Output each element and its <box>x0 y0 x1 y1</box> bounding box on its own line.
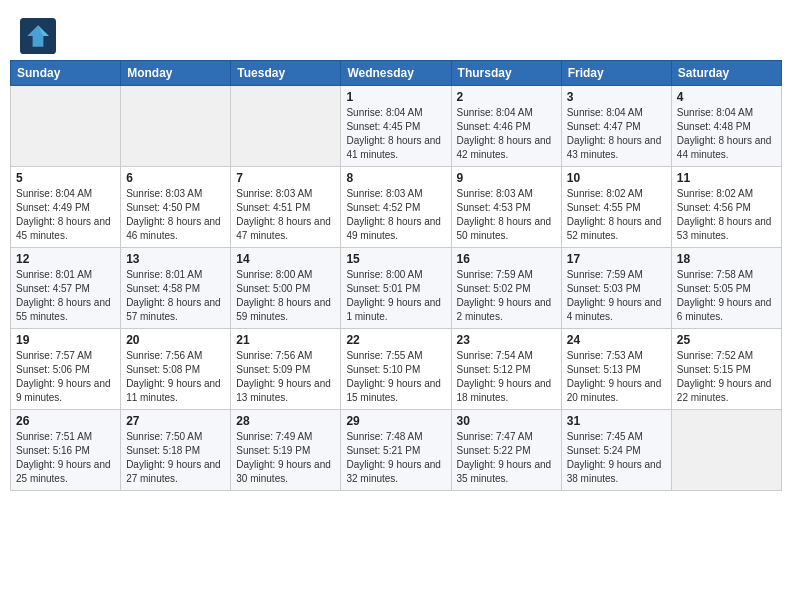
day-info: Sunrise: 8:02 AM Sunset: 4:55 PM Dayligh… <box>567 187 666 243</box>
day-number: 26 <box>16 414 115 428</box>
calendar-cell: 19Sunrise: 7:57 AM Sunset: 5:06 PM Dayli… <box>11 329 121 410</box>
day-number: 25 <box>677 333 776 347</box>
calendar-cell: 6Sunrise: 8:03 AM Sunset: 4:50 PM Daylig… <box>121 167 231 248</box>
calendar-cell <box>231 86 341 167</box>
day-info: Sunrise: 7:48 AM Sunset: 5:21 PM Dayligh… <box>346 430 445 486</box>
day-number: 31 <box>567 414 666 428</box>
day-number: 11 <box>677 171 776 185</box>
day-number: 27 <box>126 414 225 428</box>
calendar-week-5: 26Sunrise: 7:51 AM Sunset: 5:16 PM Dayli… <box>11 410 782 491</box>
day-number: 1 <box>346 90 445 104</box>
calendar-cell: 22Sunrise: 7:55 AM Sunset: 5:10 PM Dayli… <box>341 329 451 410</box>
calendar-cell: 18Sunrise: 7:58 AM Sunset: 5:05 PM Dayli… <box>671 248 781 329</box>
calendar-cell: 9Sunrise: 8:03 AM Sunset: 4:53 PM Daylig… <box>451 167 561 248</box>
day-info: Sunrise: 7:49 AM Sunset: 5:19 PM Dayligh… <box>236 430 335 486</box>
calendar-cell: 10Sunrise: 8:02 AM Sunset: 4:55 PM Dayli… <box>561 167 671 248</box>
calendar-cell: 3Sunrise: 8:04 AM Sunset: 4:47 PM Daylig… <box>561 86 671 167</box>
calendar-cell: 4Sunrise: 8:04 AM Sunset: 4:48 PM Daylig… <box>671 86 781 167</box>
calendar-cell: 31Sunrise: 7:45 AM Sunset: 5:24 PM Dayli… <box>561 410 671 491</box>
calendar-cell: 14Sunrise: 8:00 AM Sunset: 5:00 PM Dayli… <box>231 248 341 329</box>
day-info: Sunrise: 8:00 AM Sunset: 5:00 PM Dayligh… <box>236 268 335 324</box>
day-number: 16 <box>457 252 556 266</box>
day-info: Sunrise: 8:03 AM Sunset: 4:50 PM Dayligh… <box>126 187 225 243</box>
day-info: Sunrise: 8:01 AM Sunset: 4:58 PM Dayligh… <box>126 268 225 324</box>
day-number: 14 <box>236 252 335 266</box>
calendar-cell: 25Sunrise: 7:52 AM Sunset: 5:15 PM Dayli… <box>671 329 781 410</box>
day-info: Sunrise: 8:03 AM Sunset: 4:51 PM Dayligh… <box>236 187 335 243</box>
calendar-week-2: 5Sunrise: 8:04 AM Sunset: 4:49 PM Daylig… <box>11 167 782 248</box>
day-info: Sunrise: 8:01 AM Sunset: 4:57 PM Dayligh… <box>16 268 115 324</box>
day-info: Sunrise: 7:52 AM Sunset: 5:15 PM Dayligh… <box>677 349 776 405</box>
weekday-header-row: SundayMondayTuesdayWednesdayThursdayFrid… <box>11 61 782 86</box>
day-info: Sunrise: 7:53 AM Sunset: 5:13 PM Dayligh… <box>567 349 666 405</box>
day-number: 2 <box>457 90 556 104</box>
day-number: 28 <box>236 414 335 428</box>
day-number: 15 <box>346 252 445 266</box>
day-number: 13 <box>126 252 225 266</box>
calendar-cell: 2Sunrise: 8:04 AM Sunset: 4:46 PM Daylig… <box>451 86 561 167</box>
day-number: 19 <box>16 333 115 347</box>
day-info: Sunrise: 7:55 AM Sunset: 5:10 PM Dayligh… <box>346 349 445 405</box>
calendar-cell: 20Sunrise: 7:56 AM Sunset: 5:08 PM Dayli… <box>121 329 231 410</box>
weekday-header-friday: Friday <box>561 61 671 86</box>
day-info: Sunrise: 7:56 AM Sunset: 5:09 PM Dayligh… <box>236 349 335 405</box>
day-number: 29 <box>346 414 445 428</box>
calendar-cell: 21Sunrise: 7:56 AM Sunset: 5:09 PM Dayli… <box>231 329 341 410</box>
day-number: 24 <box>567 333 666 347</box>
day-info: Sunrise: 7:58 AM Sunset: 5:05 PM Dayligh… <box>677 268 776 324</box>
calendar-cell: 11Sunrise: 8:02 AM Sunset: 4:56 PM Dayli… <box>671 167 781 248</box>
day-number: 23 <box>457 333 556 347</box>
day-number: 3 <box>567 90 666 104</box>
day-info: Sunrise: 8:04 AM Sunset: 4:49 PM Dayligh… <box>16 187 115 243</box>
day-info: Sunrise: 8:04 AM Sunset: 4:48 PM Dayligh… <box>677 106 776 162</box>
day-info: Sunrise: 7:59 AM Sunset: 5:02 PM Dayligh… <box>457 268 556 324</box>
calendar-cell <box>11 86 121 167</box>
calendar-cell: 15Sunrise: 8:00 AM Sunset: 5:01 PM Dayli… <box>341 248 451 329</box>
day-info: Sunrise: 8:00 AM Sunset: 5:01 PM Dayligh… <box>346 268 445 324</box>
day-info: Sunrise: 8:04 AM Sunset: 4:46 PM Dayligh… <box>457 106 556 162</box>
day-info: Sunrise: 7:47 AM Sunset: 5:22 PM Dayligh… <box>457 430 556 486</box>
day-number: 20 <box>126 333 225 347</box>
day-number: 8 <box>346 171 445 185</box>
day-info: Sunrise: 7:50 AM Sunset: 5:18 PM Dayligh… <box>126 430 225 486</box>
page-header <box>10 10 782 60</box>
calendar-cell: 27Sunrise: 7:50 AM Sunset: 5:18 PM Dayli… <box>121 410 231 491</box>
calendar-cell: 12Sunrise: 8:01 AM Sunset: 4:57 PM Dayli… <box>11 248 121 329</box>
calendar-week-3: 12Sunrise: 8:01 AM Sunset: 4:57 PM Dayli… <box>11 248 782 329</box>
day-info: Sunrise: 7:56 AM Sunset: 5:08 PM Dayligh… <box>126 349 225 405</box>
day-info: Sunrise: 7:51 AM Sunset: 5:16 PM Dayligh… <box>16 430 115 486</box>
logo <box>20 18 60 54</box>
day-number: 7 <box>236 171 335 185</box>
day-number: 5 <box>16 171 115 185</box>
calendar-cell: 1Sunrise: 8:04 AM Sunset: 4:45 PM Daylig… <box>341 86 451 167</box>
calendar-cell: 29Sunrise: 7:48 AM Sunset: 5:21 PM Dayli… <box>341 410 451 491</box>
day-number: 6 <box>126 171 225 185</box>
day-number: 22 <box>346 333 445 347</box>
day-number: 9 <box>457 171 556 185</box>
day-info: Sunrise: 7:54 AM Sunset: 5:12 PM Dayligh… <box>457 349 556 405</box>
calendar-cell: 23Sunrise: 7:54 AM Sunset: 5:12 PM Dayli… <box>451 329 561 410</box>
weekday-header-tuesday: Tuesday <box>231 61 341 86</box>
day-number: 4 <box>677 90 776 104</box>
calendar-cell: 17Sunrise: 7:59 AM Sunset: 5:03 PM Dayli… <box>561 248 671 329</box>
calendar-week-4: 19Sunrise: 7:57 AM Sunset: 5:06 PM Dayli… <box>11 329 782 410</box>
calendar-body: 1Sunrise: 8:04 AM Sunset: 4:45 PM Daylig… <box>11 86 782 491</box>
day-info: Sunrise: 8:03 AM Sunset: 4:53 PM Dayligh… <box>457 187 556 243</box>
calendar-header: SundayMondayTuesdayWednesdayThursdayFrid… <box>11 61 782 86</box>
calendar-cell <box>671 410 781 491</box>
calendar-cell: 26Sunrise: 7:51 AM Sunset: 5:16 PM Dayli… <box>11 410 121 491</box>
day-info: Sunrise: 8:04 AM Sunset: 4:47 PM Dayligh… <box>567 106 666 162</box>
calendar-cell: 16Sunrise: 7:59 AM Sunset: 5:02 PM Dayli… <box>451 248 561 329</box>
logo-icon <box>20 18 56 54</box>
day-number: 17 <box>567 252 666 266</box>
calendar-cell: 8Sunrise: 8:03 AM Sunset: 4:52 PM Daylig… <box>341 167 451 248</box>
day-info: Sunrise: 8:04 AM Sunset: 4:45 PM Dayligh… <box>346 106 445 162</box>
day-info: Sunrise: 8:03 AM Sunset: 4:52 PM Dayligh… <box>346 187 445 243</box>
day-number: 30 <box>457 414 556 428</box>
day-number: 21 <box>236 333 335 347</box>
calendar-cell: 28Sunrise: 7:49 AM Sunset: 5:19 PM Dayli… <box>231 410 341 491</box>
day-info: Sunrise: 8:02 AM Sunset: 4:56 PM Dayligh… <box>677 187 776 243</box>
day-number: 10 <box>567 171 666 185</box>
calendar-cell <box>121 86 231 167</box>
day-number: 12 <box>16 252 115 266</box>
